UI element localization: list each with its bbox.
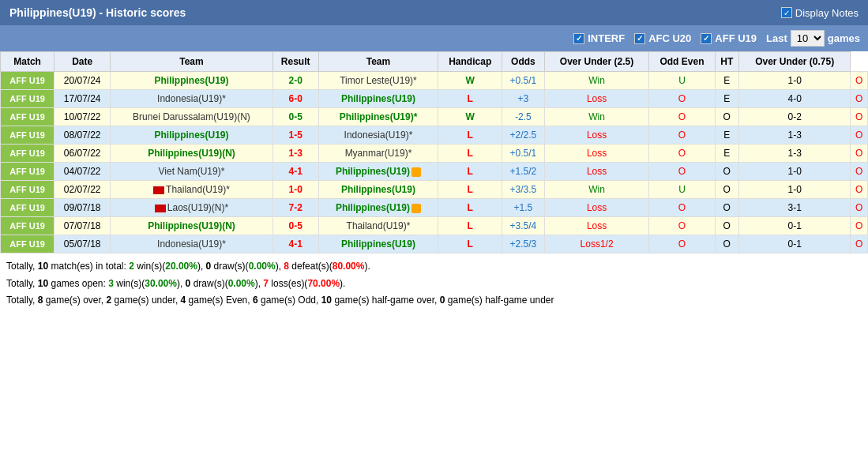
team2-cell: Myanmar(U19)* — [318, 145, 438, 163]
afc-u20-filter[interactable]: ✓ AFC U20 — [634, 32, 691, 44]
wins-pct: 20.00% — [165, 261, 197, 272]
over-under2-cell: O — [851, 145, 868, 163]
last-filter: Last 10 20 30 games — [766, 30, 860, 47]
filter-bar: ✓ INTERF ✓ AFC U20 ✓ AFF U19 Last 10 20 … — [0, 25, 868, 51]
match-type-cell: AFF U19 — [1, 108, 54, 126]
date-cell: 17/07/24 — [54, 90, 111, 108]
wl-cell: L — [438, 145, 502, 163]
team1-cell: Philippines(U19) — [111, 72, 273, 90]
wl-cell: W — [438, 72, 502, 90]
team2-name: Philippines(U19) — [336, 202, 410, 213]
odd-even-cell: E — [715, 90, 738, 108]
result-cell: 2-0 — [272, 72, 318, 90]
result-score: 7-2 — [288, 202, 302, 213]
result-score: 4-1 — [288, 238, 302, 250]
open-wins: 3 — [108, 278, 114, 289]
wl-cell: L — [438, 126, 502, 145]
team1-name: Laos(U19)(N)* — [167, 202, 228, 213]
result-cell: 0-5 — [272, 217, 318, 235]
over-under2-cell: O — [851, 217, 868, 235]
match-type-cell: AFF U19 — [1, 217, 54, 235]
over-under-cell: O — [649, 235, 715, 253]
team2-name: Indonesia(U19)* — [344, 130, 413, 141]
ht-cell: 0-2 — [738, 108, 850, 126]
result-cell: 7-2 — [272, 199, 318, 217]
header-right: ✓ Display Notes — [781, 7, 859, 19]
wl-cell: L — [438, 235, 502, 253]
match-type-cell: AFF U19 — [1, 181, 54, 199]
odds-cell: Loss — [544, 145, 649, 163]
col-over-under-075: Over Under (0.75) — [738, 52, 850, 72]
handicap-cell: +3/3.5 — [502, 181, 545, 199]
result-cell: 1-3 — [272, 145, 318, 163]
note-icon — [411, 167, 421, 177]
over-under-cell: O — [649, 145, 715, 163]
team2-name: Philippines(U19)* — [340, 111, 418, 122]
result-score: 0-5 — [288, 111, 302, 122]
team2-cell: Philippines(U19) — [318, 163, 438, 181]
handicap-cell: +2/2.5 — [502, 126, 545, 145]
ht-cell: 1-3 — [738, 126, 850, 145]
team2-name: Philippines(U19) — [341, 238, 415, 250]
handicap-cell: +3.5/4 — [502, 217, 545, 235]
defeats-count: 8 — [284, 261, 289, 272]
result-score: 4-1 — [288, 166, 302, 177]
team1-cell: Viet Nam(U19)* — [111, 163, 273, 181]
open-losses-pct: 70.00% — [307, 278, 340, 289]
col-team2: Team — [318, 52, 438, 72]
wl-cell: L — [438, 90, 502, 108]
team1-name: Viet Nam(U19)* — [159, 166, 225, 177]
over-under-cell: O — [649, 217, 715, 235]
date-cell: 10/07/22 — [54, 108, 111, 126]
team1-name: Indonesia(U19)* — [157, 238, 226, 250]
date-cell: 02/07/22 — [54, 181, 111, 199]
team2-cell: Philippines(U19) — [318, 235, 438, 253]
date-cell: 09/07/18 — [54, 199, 111, 217]
over-under2-cell: O — [851, 235, 868, 253]
total-matches: 10 — [38, 261, 48, 272]
footer-line2: Totally, 10 games open: 3 win(s)(30.00%)… — [6, 276, 862, 293]
over-under-cell: O — [649, 199, 715, 217]
match-type-cell: AFF U19 — [1, 126, 54, 145]
handicap-cell: +0.5/1 — [502, 72, 545, 90]
display-notes-checkbox[interactable]: ✓ Display Notes — [781, 7, 859, 19]
note-icon — [411, 204, 421, 213]
ht-cell: 1-0 — [738, 72, 850, 90]
interf-filter[interactable]: ✓ INTERF — [573, 32, 625, 44]
table-row: AFF U1917/07/24Indonesia(U19)*6-0Philipp… — [1, 90, 868, 108]
aff-checkbox-icon: ✓ — [701, 33, 712, 44]
result-score: 2-0 — [288, 75, 302, 86]
over-under2-cell: O — [851, 90, 868, 108]
handicap-cell: +1.5 — [502, 199, 545, 217]
odds-cell: Loss — [544, 217, 649, 235]
col-over-under-25: Over Under (2.5) — [544, 52, 649, 72]
result-cell: 1-0 — [272, 181, 318, 199]
open-draws-pct: 0.00% — [228, 278, 255, 289]
col-odd-even: Odd Even — [649, 52, 715, 72]
defeats-pct: 80.00% — [333, 261, 365, 272]
over-under2-cell: O — [851, 199, 868, 217]
games-label: games — [828, 32, 860, 44]
team1-cell: Philippines(U19)(N) — [111, 145, 273, 163]
last-games-select[interactable]: 10 20 30 — [791, 30, 825, 47]
checkbox-icon: ✓ — [781, 7, 792, 18]
odds-cell: Win — [544, 72, 649, 90]
aff-u19-filter[interactable]: ✓ AFF U19 — [701, 32, 757, 44]
team1-name: Indonesia(U19)* — [157, 93, 226, 104]
team1-cell: Indonesia(U19)* — [111, 90, 273, 108]
team1-name: Philippines(U19) — [154, 75, 228, 86]
ht-cell: 4-0 — [738, 90, 850, 108]
col-odds: Odds — [502, 52, 545, 72]
header: Philippines(U19) - Historic scores ✓ Dis… — [0, 0, 868, 25]
ht-cell: 3-1 — [738, 199, 850, 217]
table-row: AFF U1909/07/18Laos(U19)(N)*7-2Philippin… — [1, 199, 868, 217]
wl-cell: L — [438, 181, 502, 199]
col-result: Result — [272, 52, 318, 72]
flag-icon — [153, 186, 164, 194]
table-row: AFF U1908/07/22Philippines(U19)1-5Indone… — [1, 126, 868, 145]
team1-name: Philippines(U19)(N) — [148, 220, 235, 231]
team2-cell: Philippines(U19) — [318, 199, 438, 217]
odd-even-cell: E — [715, 126, 738, 145]
team1-cell: Indonesia(U19)* — [111, 235, 273, 253]
wl-cell: W — [438, 108, 502, 126]
